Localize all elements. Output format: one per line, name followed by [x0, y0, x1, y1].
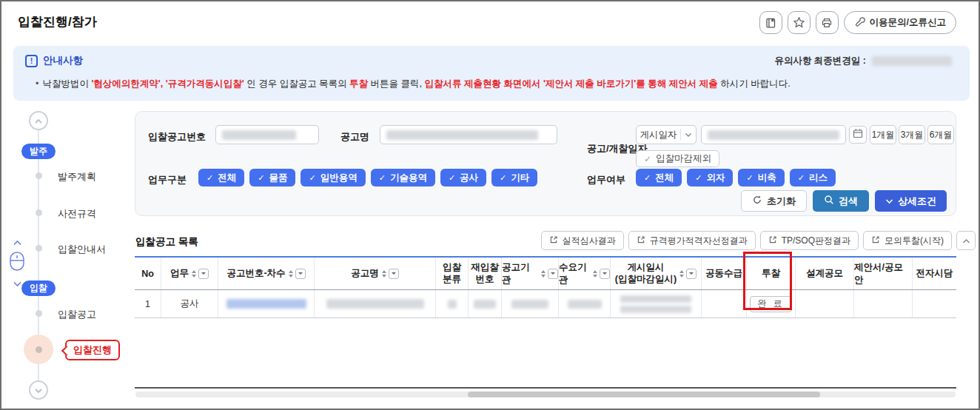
notice-bullet-text: •낙찰방법이 '협상에의한계약', '규격가격동시입찰' 인 경우 입찰공고 목… [36, 78, 791, 90]
timeline-scroll-up-button[interactable] [29, 111, 48, 130]
timeline-scroll-down-button[interactable] [29, 380, 48, 400]
advanced-conditions-label: 상세조건 [898, 195, 936, 208]
task-type-general-service-checkbox[interactable]: ✓일반용역 [301, 169, 365, 186]
spec-eval-qualified-result-button[interactable]: 규격평가적격자선정결과 [628, 231, 756, 250]
tp-soq-judgment-result-button[interactable]: TP/SOQ판정결과 [760, 231, 859, 250]
chevron-down-icon [885, 195, 893, 206]
task-type-construction-checkbox[interactable]: ✓공사 [440, 169, 486, 186]
search-button[interactable]: 검색 [813, 190, 869, 212]
task-type-label: 업무구분 [148, 173, 187, 186]
task-flag-label: 업무여부 [587, 173, 625, 186]
exclude-closed-checkbox[interactable]: ✓ 입찰마감제외 [636, 150, 719, 167]
col-proposal: 제안서/공모안 [854, 258, 913, 289]
collapse-list-button[interactable] [956, 231, 976, 250]
redacted-last-modified-date [872, 56, 952, 66]
search-label: 검색 [839, 195, 858, 208]
filter-dropdown-icon[interactable] [600, 269, 610, 279]
cell-post-datetime [611, 290, 702, 317]
sort-icon [593, 269, 610, 279]
exclude-closed-label: 입찰마감제외 [656, 152, 711, 165]
task-type-goods-checkbox[interactable]: ✓물품 [249, 169, 295, 186]
table-bottom-border [135, 387, 956, 389]
sort-icon [382, 269, 399, 279]
notice-name-input[interactable] [380, 125, 557, 144]
sort-icon [192, 269, 209, 279]
stage-badge-balju: 발주 [21, 144, 56, 159]
timeline-dot-active [36, 346, 42, 353]
sidebar-item-pre-spec[interactable]: 사전규격 [58, 207, 96, 221]
performance-review-result-button[interactable]: 실적심사결과 [541, 231, 624, 250]
filter-dropdown-icon[interactable] [686, 269, 697, 279]
filter-dropdown-icon[interactable] [389, 269, 399, 279]
cell-notice-no-link[interactable] [218, 290, 315, 317]
bid-notice-no-input[interactable] [215, 125, 319, 144]
col-design-contest: 설계공모 [796, 258, 854, 289]
task-flag-foreign-checkbox[interactable]: ✓외자 [687, 169, 733, 186]
sidebar-item-bid-notice[interactable]: 입찰공고 [58, 308, 96, 321]
col-bid-class: 입찰분류 [436, 258, 469, 289]
redacted-rebid-no [474, 300, 496, 309]
advanced-conditions-button[interactable]: 상세조건 [875, 190, 947, 212]
period-6month-button[interactable]: 6개월 [927, 125, 954, 144]
calendar-button[interactable] [849, 126, 867, 144]
reset-button[interactable]: 초기화 [741, 190, 807, 212]
chevron-up-icon [34, 114, 43, 127]
col-task[interactable]: 업무 [161, 258, 218, 289]
filter-dropdown-icon[interactable] [548, 269, 558, 279]
list-title: 입찰공고 목록 [135, 235, 198, 249]
stage-badge-ipchal: 입찰 [21, 280, 56, 296]
last-modified-label: 유의사항 최종변경일 : [774, 55, 866, 67]
task-type-tech-service-checkbox[interactable]: ✓기술용역 [371, 169, 435, 186]
manual-button[interactable] [759, 11, 782, 34]
mouse-icon [9, 251, 25, 275]
date-type-selected: 게시일자 [637, 129, 680, 141]
external-link-icon [871, 235, 880, 246]
task-type-etc-checkbox[interactable]: ✓기타 [491, 169, 537, 186]
date-type-select[interactable]: 게시일자 [636, 125, 697, 144]
check-icon: ✓ [644, 154, 651, 164]
chevron-down-icon [13, 277, 22, 290]
favorite-button[interactable] [788, 11, 810, 34]
col-joint-supply: 공동수급 [702, 258, 747, 289]
task-flag-all-checkbox[interactable]: ✓전체 [636, 169, 682, 186]
sidebar-item-order-plan[interactable]: 발주계획 [58, 170, 96, 184]
cell-bid-class [436, 290, 469, 317]
redacted-close-date [620, 306, 691, 313]
col-notice-org[interactable]: 공고기관 [502, 258, 559, 289]
task-flag-lease-checkbox[interactable]: ✓리스 [790, 169, 836, 186]
cell-demand-org [559, 290, 611, 317]
print-button[interactable] [816, 11, 839, 34]
task-flag-stockpile-checkbox[interactable]: ✓비축 [738, 169, 784, 186]
redacted-notice-org [511, 300, 548, 309]
filter-dropdown-icon[interactable] [295, 269, 306, 279]
scrollbar-thumb[interactable] [468, 391, 820, 397]
mock-bidding-start-button[interactable]: 모의투찰(시작) [863, 231, 952, 250]
col-notice-no[interactable]: 공고번호-차수 [218, 258, 315, 289]
col-post-datetime[interactable]: 게시일시(입찰마감일시) [611, 258, 702, 289]
cell-no: 1 [135, 290, 161, 317]
cell-task: 공사 [161, 290, 218, 317]
redacted-date-range [708, 130, 839, 140]
horizontal-scrollbar[interactable] [135, 391, 956, 397]
notice-last-modified: 유의사항 최종변경일 : [774, 55, 952, 67]
printer-icon [821, 17, 833, 29]
date-range-input[interactable] [701, 125, 846, 144]
col-notice-name[interactable]: 공고명 [315, 258, 436, 289]
filter-dropdown-icon[interactable] [198, 269, 209, 279]
notice-title: 안내사항 [43, 54, 83, 67]
timeline-dot [36, 310, 42, 317]
table-header-row: No 업무 공고번호-차수 공고명 입찰분류 재입찰번호 공고기관 수요기관 게… [135, 256, 956, 290]
reset-label: 초기화 [767, 195, 796, 208]
cell-rebid-no [469, 290, 502, 317]
col-demand-org[interactable]: 수요기관 [559, 258, 611, 289]
external-link-icon [768, 235, 777, 246]
sort-icon [289, 269, 306, 279]
sidebar-item-bid-guide[interactable]: 입찰안내서 [58, 243, 106, 256]
support-report-button[interactable]: 이용문의/오류신고 [844, 11, 956, 34]
period-1month-button[interactable]: 1개월 [870, 125, 896, 144]
period-3month-button[interactable]: 3개월 [899, 125, 925, 144]
sidebar-item-bid-progress-active[interactable]: 입찰진행 [65, 340, 120, 360]
task-type-all-checkbox[interactable]: ✓전체 [198, 169, 244, 186]
external-link-icon [549, 235, 558, 246]
timeline-dot [36, 209, 42, 216]
